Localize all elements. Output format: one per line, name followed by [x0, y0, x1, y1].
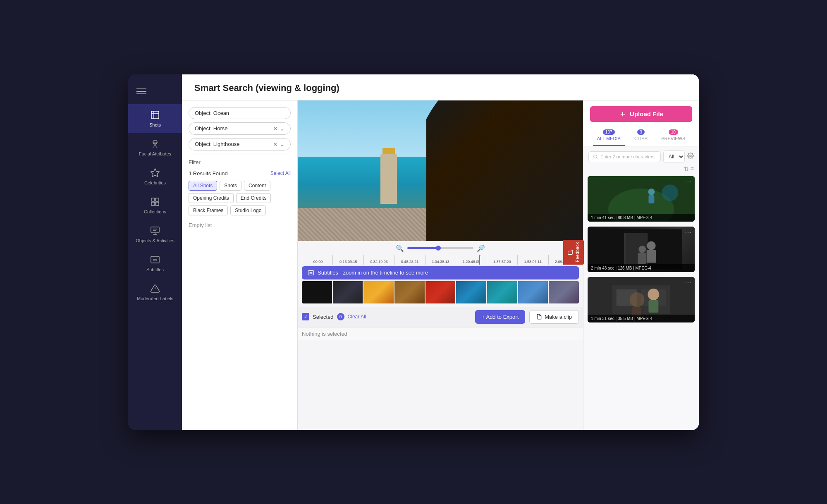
media-card-3-info: 1 min 31 sec | 35.5 MB | MPEG-4: [588, 315, 695, 322]
sidebar-item-collections[interactable]: Collections: [128, 191, 182, 220]
sidebar-item-facial-attributes[interactable]: Facial Attributes: [128, 133, 182, 162]
subtitles-text: Subtitles - zoom in on the timeline to s…: [318, 270, 428, 276]
sidebar-item-label-shots: Shots: [149, 122, 161, 127]
filmstrip-frame-1[interactable]: [302, 281, 332, 303]
filter-tag-content[interactable]: Content: [244, 181, 270, 191]
subtitles-icon: [308, 270, 314, 276]
feedback-tab[interactable]: Feedback: [563, 239, 584, 264]
select-all-button[interactable]: Select All: [270, 170, 291, 176]
timeline-marker-3: 0:48:28:21: [394, 255, 425, 265]
search-tag-horse[interactable]: Object: Horse ✕ ⌄: [189, 122, 291, 135]
clear-all-button[interactable]: Clear All: [348, 314, 366, 320]
search-icon: [593, 154, 598, 159]
svg-point-21: [648, 189, 655, 195]
filter-tag-all-shots[interactable]: All Shots: [189, 181, 217, 191]
upload-file-button[interactable]: Upload File: [590, 106, 692, 122]
filter-tag-studio-logo[interactable]: Studio Logo: [230, 205, 266, 215]
timeline-marker-0: :00:00: [302, 255, 332, 265]
nothing-selected-label: Nothing is selected: [298, 327, 583, 340]
gear-icon: [687, 153, 694, 159]
filmstrip-frame-5[interactable]: [425, 281, 456, 303]
media-card-1[interactable]: 1 min 41 sec | 80.8 MB | MPEG-4 ⋮: [588, 176, 695, 222]
search-placeholder: Enter 2 or more characters: [600, 154, 655, 159]
clip-icon: [536, 314, 542, 320]
tag-lighthouse-expand[interactable]: ⌄: [280, 141, 284, 148]
media-card-3-menu[interactable]: ⋮: [684, 279, 692, 285]
zoom-in-icon[interactable]: 🔎: [477, 244, 485, 252]
tag-horse-expand[interactable]: ⌄: [280, 125, 284, 132]
add-to-export-button[interactable]: + Add to Export: [475, 310, 525, 324]
svg-rect-22: [648, 195, 654, 203]
timeline-marker-4: 1:04:38:13: [425, 255, 456, 265]
timeline-ruler[interactable]: :00:00 0:16:09:15 0:32:19:06 0:48:28:21 …: [302, 255, 579, 265]
media-card-3[interactable]: 1 min 31 sec | 35.5 MB | MPEG-4 ⋮: [588, 277, 695, 322]
timeline-section: 🔍 🔎 :00:00 0:16: [298, 241, 583, 307]
selected-section: ✓ Selected 0 Clear All: [302, 313, 366, 320]
filmstrip[interactable]: [302, 281, 579, 303]
timeline-playhead[interactable]: [479, 255, 480, 265]
filmstrip-frame-4[interactable]: [394, 281, 425, 303]
svg-marker-4: [151, 169, 159, 177]
sidebar-item-objects-activities[interactable]: Objects & Activities: [128, 220, 182, 249]
sidebar: Shots Facial Attributes Celebrities: [128, 74, 182, 430]
filter-tags: All Shots Shots Content Opening Credits …: [189, 181, 291, 215]
sidebar-item-shots[interactable]: Shots: [128, 104, 182, 133]
tab-previews-label: PREVIEWS: [661, 136, 685, 141]
svg-rect-8: [155, 202, 159, 205]
sidebar-item-celebrities[interactable]: Celebrities: [128, 162, 182, 191]
hamburger-menu[interactable]: [128, 83, 182, 104]
tab-all-media[interactable]: 107 ALL MEDIA: [593, 127, 625, 146]
video-container: [298, 100, 583, 241]
media-search-input[interactable]: Enter 2 or more characters: [588, 151, 661, 162]
search-tag-lighthouse[interactable]: Object: Lighthouse ✕ ⌄: [189, 138, 291, 150]
gear-button[interactable]: [687, 153, 694, 161]
tab-previews[interactable]: 10 PREVIEWS: [657, 127, 689, 146]
make-clip-button[interactable]: Make a clip: [529, 310, 579, 324]
sort-icon[interactable]: ⇅ ≡: [684, 165, 694, 172]
sidebar-item-moderated-labels[interactable]: Moderated Labels: [128, 278, 182, 307]
filmstrip-frame-3[interactable]: [363, 281, 394, 303]
sidebar-item-subtitles[interactable]: Subtitles: [128, 249, 182, 278]
bottom-controls: ✓ Selected 0 Clear All + Add to Export: [298, 307, 583, 327]
media-card-1-menu[interactable]: ⋮: [684, 179, 692, 184]
filter-tag-opening-credits[interactable]: Opening Credits: [189, 193, 234, 203]
tag-horse-remove[interactable]: ✕: [273, 125, 278, 132]
right-panel: Upload File 107 ALL MEDIA 3 CLIPS: [583, 100, 699, 430]
filter-tag-shots[interactable]: Shots: [220, 181, 241, 191]
sidebar-item-label-facial: Facial Attributes: [139, 151, 171, 156]
filmstrip-frame-9[interactable]: [549, 281, 579, 303]
search-tag-ocean[interactable]: Object: Ocean: [189, 107, 291, 119]
zoom-out-icon[interactable]: 🔍: [396, 244, 404, 252]
media-card-2[interactable]: 2 min 43 sec | 126 MB | MPEG-4 ⋮: [588, 227, 695, 272]
tab-clips[interactable]: 3 CLIPS: [630, 127, 652, 146]
right-panel-search-row: Enter 2 or more characters All: [583, 146, 699, 163]
media-card-2-menu[interactable]: ⋮: [684, 229, 692, 235]
svg-point-2: [154, 142, 154, 142]
filter-tag-black-frames[interactable]: Black Frames: [189, 205, 228, 215]
page-title: Smart Search (viewing & logging): [194, 83, 686, 93]
filmstrip-frame-2[interactable]: [333, 281, 363, 303]
selected-checkbox[interactable]: ✓: [302, 313, 309, 320]
filter-label: Filter: [189, 155, 291, 165]
feedback-icon: [567, 249, 573, 255]
timeline-marker-1: 0:16:09:15: [332, 255, 363, 265]
lighthouse-decoration: [380, 154, 397, 204]
filmstrip-frame-8[interactable]: [518, 281, 548, 303]
sidebar-item-label-collections: Collections: [144, 209, 166, 214]
filmstrip-frame-7[interactable]: [487, 281, 517, 303]
svg-point-16: [594, 155, 597, 158]
filter-tag-end-credits[interactable]: End Credits: [236, 193, 271, 203]
svg-point-26: [647, 241, 656, 250]
filter-select[interactable]: All: [663, 150, 685, 163]
sidebar-item-label-objects: Objects & Activities: [136, 238, 174, 243]
svg-rect-9: [151, 227, 159, 233]
timeline-marker-2: 0:32:19:06: [363, 255, 394, 265]
zoom-slider[interactable]: [407, 247, 473, 249]
tag-lighthouse-remove[interactable]: ✕: [273, 141, 278, 148]
action-buttons: + Add to Export Make a clip: [475, 310, 579, 324]
timeline-marker-7: 1:53:07:11: [517, 255, 548, 265]
timeline-marker-6: 1:36:57:20: [487, 255, 517, 265]
media-card-1-info: 1 min 41 sec | 80.8 MB | MPEG-4: [588, 214, 695, 222]
svg-point-28: [638, 246, 646, 253]
filmstrip-frame-6[interactable]: [456, 281, 486, 303]
